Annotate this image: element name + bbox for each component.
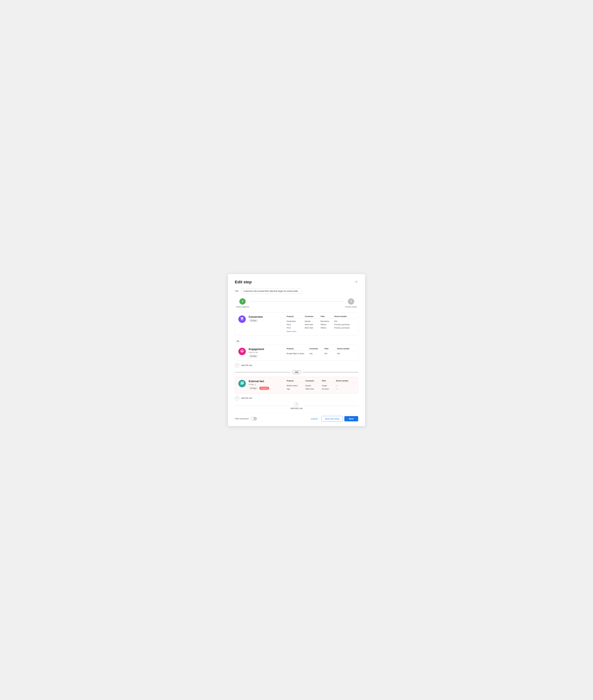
conversion-icon [240, 317, 244, 321]
add-or-icon-2: + [235, 396, 239, 400]
conversion-title: Conversion [249, 315, 283, 318]
conversion-card: Conversion 30 days Property Constraint F… [235, 312, 358, 336]
engagement-card: Engagement Click on ad 30 days Property … [235, 345, 358, 361]
close-button[interactable]: ✕ [354, 280, 358, 284]
add-or-rule-button-2[interactable]: + Add OR rule [235, 396, 252, 400]
step-1: 1 Select audience [236, 298, 249, 308]
conversion-table-header: Property Constraint Filter Stored variab… [287, 315, 355, 318]
external-fact-title: External fact [249, 380, 283, 383]
step-2-circle: 2 [348, 298, 354, 305]
add-and-rule-button[interactable]: + Add AND rule [290, 402, 303, 409]
conversion-info: Conversion 30 days [249, 315, 283, 322]
eng-header-filter: Filter [324, 348, 337, 350]
ext-row2-const: Older than [305, 388, 322, 390]
modal-footer: View summary? Cancel Save and close Next [235, 413, 358, 422]
eng-header-stored: Stored variable [337, 348, 355, 350]
title-input[interactable] [241, 288, 301, 294]
table-row: Price More than 600eur Previous purchase [287, 323, 355, 326]
table-row: Price More than 600eur Previous purchase [287, 326, 355, 330]
ext-header-constraint: Constraint [305, 380, 322, 382]
eng-row1-filter: N/A [324, 352, 337, 355]
or-separator-1: OR [235, 338, 358, 345]
eng-row1-const: Any [309, 352, 324, 355]
conversion-badges: 30 days [249, 319, 283, 322]
conv-row1-filter: Barcelona [321, 320, 334, 322]
conv-row2-stored: Previous purchase [334, 323, 355, 325]
step-1-circle: 1 [239, 298, 246, 305]
external-fact-days-badge: 30 days [249, 387, 258, 390]
conversion-icon-circle [238, 315, 246, 323]
conv-row3-prop: Price [287, 327, 305, 329]
conv-row2-const: More than [305, 323, 321, 325]
cancel-button[interactable]: Cancel [309, 416, 320, 421]
external-fact-icon [240, 381, 244, 386]
external-fact-table: Property Constraint Filter Stored variab… [287, 380, 355, 391]
and-divider: AND [235, 370, 358, 374]
add-and-icon: + [294, 402, 299, 407]
ext-row1-filter: Single [322, 385, 336, 387]
engagement-subtitle: Click on ad [249, 351, 283, 353]
or-badge-1: OR [235, 339, 241, 343]
title-row: Title [235, 288, 358, 294]
external-fact-inversed-badge: Inversed [259, 387, 269, 390]
eng-row1-prop: Bought flight to Spain [287, 352, 309, 355]
add-and-rule-divider: + Add AND rule [235, 402, 358, 409]
engagement-icon-circle [238, 348, 246, 355]
external-fact-card: External fact Profile_3 30 days Inversed… [235, 377, 358, 394]
external-fact-badges: 30 days Inversed [249, 387, 283, 390]
modal-title: Edit step [235, 280, 252, 285]
add-and-rule-label: Add AND rule [290, 407, 303, 409]
add-or-rule-label-1: Add OR rule [241, 364, 252, 366]
external-fact-card-header: External fact Profile_3 30 days Inversed… [238, 380, 355, 391]
conv-row3-filter: 600eur [321, 327, 334, 329]
external-fact-icon-circle [238, 380, 246, 387]
eng-row1-stored: N/A [337, 352, 355, 355]
ext-header-filter: Filter [322, 380, 336, 382]
step-1-label: Select audience [236, 306, 249, 308]
table-row: Age Older than 20 years — [287, 387, 355, 391]
conv-header-stored: Stored variable [334, 315, 355, 317]
engagement-days-badge: 30 days [249, 355, 258, 358]
external-fact-subtitle: Profile_3 [249, 383, 283, 386]
view-summary-toggle[interactable] [251, 417, 257, 421]
save-and-close-button[interactable]: Save and close [321, 416, 343, 422]
view-summary-label: View summary? [235, 418, 249, 420]
edit-step-modal: Edit step ✕ Title 1 Select audience 2 Ch… [228, 274, 365, 426]
conv-header-constraint: Constraint [305, 315, 321, 317]
engagement-table: Property Constraint Filter Stored variab… [287, 348, 355, 355]
conv-header-property: Property [287, 315, 305, 317]
step-2-label: Choose action [345, 306, 357, 308]
conv-row3-stored: Previous purchase [334, 327, 355, 329]
conv-row2-prop: Price [287, 323, 305, 325]
footer-actions: Cancel Save and close Next [309, 416, 358, 422]
conv-row1-const: Equals [305, 320, 321, 322]
ext-row1-const: Equals [305, 385, 322, 387]
conv-header-filter: Filter [321, 315, 334, 317]
external-fact-info: External fact Profile_3 30 days Inversed [249, 380, 283, 390]
view-summary-row: View summary? [235, 417, 257, 421]
modal-header: Edit step ✕ [235, 280, 358, 285]
next-button[interactable]: Next [344, 416, 358, 421]
conversion-days-badge: 30 days [249, 319, 258, 322]
ext-row2-filter: 20 years [322, 388, 336, 390]
table-row: Bought flight to Spain Any N/A N/A [287, 352, 355, 355]
conversion-table: Property Constraint Filter Stored variab… [287, 315, 355, 333]
external-fact-table-header: Property Constraint Filter Stored variab… [287, 380, 355, 383]
table-row: Marital status Equals Single — [287, 384, 355, 387]
add-or-rule-label-2: Add OR rule [241, 397, 252, 399]
show-more-button[interactable]: Show more... [287, 330, 298, 333]
ext-row2-stored: — [336, 388, 355, 390]
engagement-table-header: Property Constraint Filter Stored variab… [287, 348, 355, 351]
ext-row2-prop: Age [287, 388, 305, 390]
add-or-rule-button-1[interactable]: + Add OR rule [235, 363, 252, 367]
eng-header-constraint: Constraint [309, 348, 324, 350]
conv-row3-const: More than [305, 327, 321, 329]
ext-row1-stored: — [336, 385, 355, 387]
conv-row1-stored: N/A [334, 320, 355, 322]
eng-header-property: Property [287, 348, 309, 350]
engagement-card-header: Engagement Click on ad 30 days Property … [238, 348, 355, 358]
conv-row2-filter: 600eur [321, 323, 334, 325]
table-row: Destination Equals Barcelona N/A [287, 319, 355, 323]
add-or-icon-1: + [235, 363, 239, 367]
conversion-card-header: Conversion 30 days Property Constraint F… [238, 315, 355, 333]
